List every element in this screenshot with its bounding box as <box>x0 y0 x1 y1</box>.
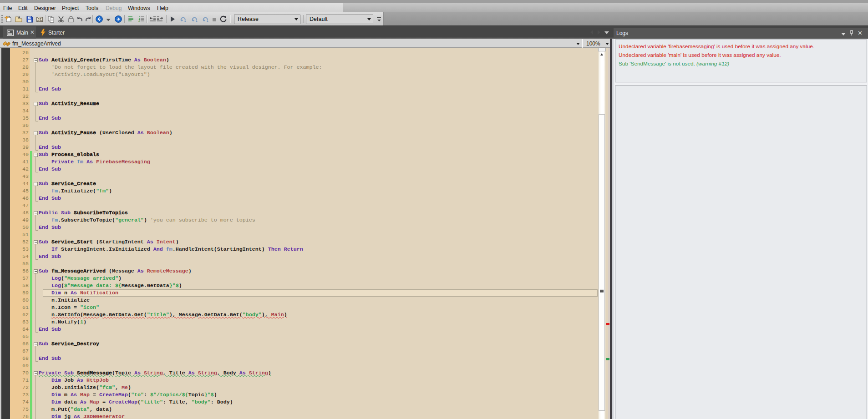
svg-text:2: 2 <box>138 19 140 22</box>
